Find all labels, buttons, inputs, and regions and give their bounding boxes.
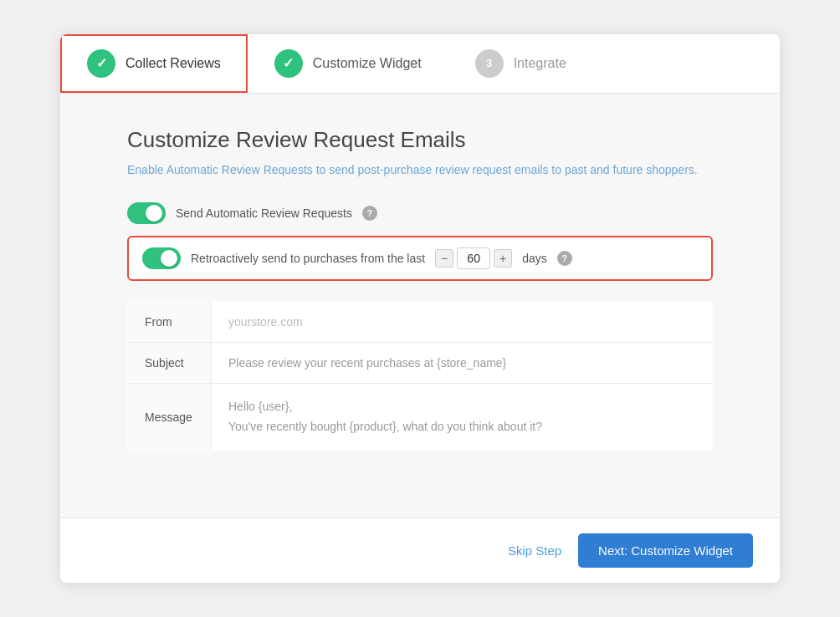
main-container: ✓ Collect Reviews ✓ Customize Widget 3 I… xyxy=(60,34,780,584)
retro-row: Retroactively send to purchases from the… xyxy=(127,236,713,281)
form-row-from: From yourstore.com xyxy=(128,301,713,342)
toggle1[interactable] xyxy=(127,202,166,224)
section-title: Customize Review Request Emails xyxy=(127,127,713,153)
form-row-message: Message Hello {user}, You've recently bo… xyxy=(128,383,713,451)
form-value-subject[interactable]: Please review your recent purchases at {… xyxy=(212,342,713,383)
footer-actions: Skip Step Next: Customize Widget xyxy=(60,518,780,583)
days-control: − + xyxy=(435,247,512,269)
form-label-from: From xyxy=(128,301,212,342)
step-collect-reviews[interactable]: ✓ Collect Reviews xyxy=(60,34,248,93)
toggle1-row: Send Automatic Review Requests ? xyxy=(127,202,713,224)
toggle2-track[interactable] xyxy=(142,247,181,269)
toggle2-help-icon[interactable]: ? xyxy=(557,251,572,266)
toggle1-label: Send Automatic Review Requests xyxy=(176,207,352,220)
form-label-message: Message xyxy=(128,383,212,451)
step-customize-widget[interactable]: ✓ Customize Widget xyxy=(248,34,448,93)
form-table: From yourstore.com Subject Please review… xyxy=(127,301,713,451)
section-subtitle: Enable Automatic Review Requests to send… xyxy=(127,161,713,179)
toggle1-track[interactable] xyxy=(127,202,166,224)
days-decrement-button[interactable]: − xyxy=(435,249,453,268)
step3-number: 3 xyxy=(486,57,492,69)
step1-check-icon: ✓ xyxy=(96,55,107,71)
skip-step-button[interactable]: Skip Step xyxy=(508,543,561,558)
step-integrate[interactable]: 3 Integrate xyxy=(448,34,593,93)
content-area: Customize Review Request Emails Enable A… xyxy=(60,94,780,518)
form-value-from[interactable]: yourstore.com xyxy=(212,301,713,342)
form-row-subject: Subject Please review your recent purcha… xyxy=(128,342,713,383)
next-button[interactable]: Next: Customize Widget xyxy=(578,533,753,568)
retro-label: Retroactively send to purchases from the… xyxy=(191,252,425,265)
step3-circle: 3 xyxy=(475,49,504,78)
step2-label: Customize Widget xyxy=(313,56,422,71)
days-suffix-text: days xyxy=(522,252,547,265)
step2-circle: ✓ xyxy=(274,49,303,78)
form-value-message[interactable]: Hello {user}, You've recently bought {pr… xyxy=(212,383,713,451)
step3-label: Integrate xyxy=(514,56,566,71)
days-increment-button[interactable]: + xyxy=(494,249,512,268)
days-input[interactable] xyxy=(457,247,490,269)
step1-label: Collect Reviews xyxy=(125,56,221,71)
toggle2[interactable] xyxy=(142,247,181,269)
step2-check-icon: ✓ xyxy=(283,55,294,71)
toggle1-thumb xyxy=(146,205,162,222)
toggle2-thumb xyxy=(161,250,177,267)
form-label-subject: Subject xyxy=(128,342,212,383)
step1-circle: ✓ xyxy=(87,49,115,78)
steps-bar: ✓ Collect Reviews ✓ Customize Widget 3 I… xyxy=(60,34,780,94)
toggle1-help-icon[interactable]: ? xyxy=(362,206,377,221)
